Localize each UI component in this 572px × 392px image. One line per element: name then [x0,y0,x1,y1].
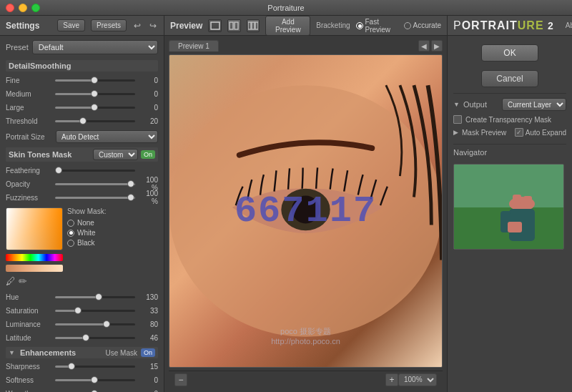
latitude-value: 46 [138,334,158,342]
hue-value: 130 [138,293,158,301]
portrait-size-label: Portrait Size [6,133,52,141]
zoom-out-button[interactable]: − [174,373,187,386]
traffic-lights [6,4,40,12]
mask-preview-collapse-icon[interactable]: ▶ [453,129,458,136]
enhancements-on-badge[interactable]: On [141,348,155,357]
undo-icon[interactable]: ↩ [132,21,142,31]
save-button[interactable]: Save [57,19,85,31]
preview-tab-1[interactable]: Preview 1 [169,40,219,52]
next-arrow[interactable]: ▶ [431,40,443,52]
fullscreen-button[interactable] [31,4,40,12]
mask-none-option[interactable]: None [67,219,106,227]
luminance-track[interactable] [55,323,135,325]
svg-rect-2 [235,22,238,29]
hue-track[interactable] [55,296,135,298]
saturation-track[interactable] [55,310,135,312]
output-expand-icon[interactable]: ▼ [453,101,460,108]
prev-arrow[interactable]: ◀ [418,40,430,52]
triple-view-btn[interactable] [247,19,260,32]
color-gradient[interactable] [6,207,63,250]
preset-select[interactable]: Default [32,40,158,54]
opacity-slider-row: Opacity 100 % [6,178,158,190]
app-title: PORTRAITURE 2 [453,19,554,32]
medium-label: Medium [6,90,52,98]
saturation-value: 33 [138,307,158,315]
panel-content: Preset Default DetailSmoothing Fine 0 Me… [0,36,164,392]
svg-rect-14 [508,222,522,232]
transparency-checkbox[interactable] [453,115,462,124]
opacity-track[interactable] [55,183,135,185]
single-view-btn[interactable] [208,19,222,32]
skin-mode-select[interactable]: Custom [93,149,138,160]
close-button[interactable] [6,4,14,12]
large-track[interactable] [55,107,135,109]
app-version: 2 [548,20,554,31]
accurate-option[interactable]: Accurate [404,21,441,29]
eyedropper2-icon[interactable]: ✏ [19,275,27,287]
mask-preview-row: ▶ Mask Preview ✓ Auto Expand [453,128,566,137]
enhancements-label: Enhancements [20,348,102,357]
medium-track[interactable] [55,93,135,95]
luminance-slider-row: Luminance 80 [6,318,158,330]
redo-icon[interactable]: ↪ [148,21,158,31]
add-preview-button[interactable]: Add Preview [265,16,310,36]
sharpness-track[interactable] [55,366,135,368]
mask-black-radio[interactable] [67,240,74,247]
app-title-ure: URE [518,19,544,31]
transparency-label: Create Transparency Mask [465,116,551,124]
large-slider-row: Large 0 [6,102,158,113]
fast-preview-option[interactable]: Fast Preview [356,18,398,34]
minimize-button[interactable] [19,4,27,12]
enhancements-header: ▼ Enhancements Use Mask On [6,347,158,358]
auto-expand-check: ✓ Auto Expand [515,128,566,137]
fuzziness-value: 100 % [138,190,158,205]
right-content: OK Cancel ▼ Output Current Layer Create … [448,36,572,392]
mask-black-option[interactable]: Black [67,239,106,247]
watermark-line1: poco 摄影专题 [271,326,340,337]
opacity-label: Opacity [6,180,52,188]
feathering-track[interactable] [55,170,135,172]
zoom-in-button[interactable]: + [385,373,398,386]
accurate-radio[interactable] [404,22,411,29]
right-panel: PORTRAITURE 2 About Help OK Cancel ▼ Out… [447,16,572,392]
luminance-label: Luminance [6,320,52,328]
cancel-button[interactable]: Cancel [481,70,538,87]
mask-none-radio[interactable] [67,220,74,227]
zoom-select[interactable]: 100% [398,373,437,386]
hue-bar[interactable] [6,254,63,261]
enhancements-collapse-icon[interactable]: ▼ [9,349,15,356]
mask-white-radio[interactable] [67,230,74,237]
eyedropper-icon[interactable]: 🖊 [6,275,16,287]
threshold-value: 20 [138,117,158,125]
mask-white-option[interactable]: White [67,229,106,237]
about-button[interactable]: About [563,20,572,31]
sharpness-value: 15 [138,363,158,371]
skin-on-badge[interactable]: On [141,150,155,159]
preview-bottom-bar: − + 100% [169,371,443,388]
fine-track[interactable] [55,79,135,82]
skin-tones-label: Skin Tones Mask [9,150,93,159]
latitude-track[interactable] [55,337,135,339]
auto-expand-checkbox[interactable]: ✓ [515,128,523,137]
preview-tab-bar: Preview 1 ◀ ▶ [169,40,443,52]
large-label: Large [6,104,52,112]
warmth-value: 0 [138,390,158,393]
ok-button[interactable]: OK [481,44,538,62]
bracketing-label[interactable]: Bracketing [316,21,350,29]
softness-slider-row: Softness 0 [6,374,158,386]
fast-preview-radio[interactable] [356,22,363,29]
preview-image-container: 667117 poco 摄影专题 http://photo.poco.cn [169,54,443,368]
split-view-btn[interactable] [227,19,241,32]
portrait-size-select[interactable]: Auto Detect [56,130,158,143]
medium-value: 0 [138,90,158,98]
center-toolbar: Preview Add Preview Bracketing Fast Prev… [164,16,447,36]
threshold-slider-row: Threshold 20 [6,115,158,127]
presets-button[interactable]: Presets [91,19,127,31]
threshold-track[interactable] [55,120,135,122]
output-select[interactable]: Current Layer [502,98,566,111]
settings-label: Settings [6,21,51,31]
preset-label: Preset [6,43,29,52]
use-mask-label: Use Mask [106,349,137,357]
fuzziness-track[interactable] [55,197,135,199]
softness-track[interactable] [55,379,135,381]
